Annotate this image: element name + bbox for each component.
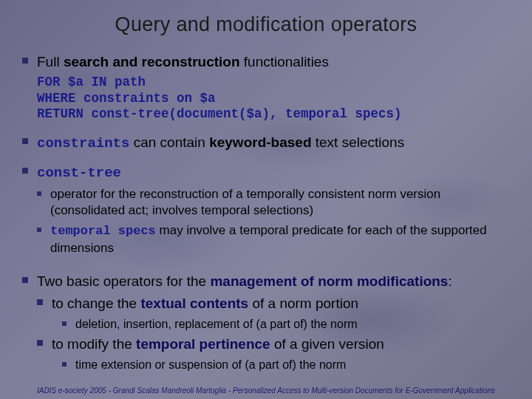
- square-bullet-icon: [22, 138, 28, 144]
- bullet-3: const-tree: [22, 163, 510, 183]
- slide-title: Query and modification operators: [22, 13, 510, 36]
- bullet-3a-text: operator for the reconstruction of a tem…: [50, 186, 510, 220]
- slide-footer: IADIS e-society 2005 - Grandi Scalas Man…: [0, 386, 532, 395]
- square-bullet-icon: [37, 191, 41, 196]
- square-bullet-icon: [62, 321, 66, 326]
- bullet-3b-text: temporal specs may involve a temporal pr…: [50, 222, 510, 257]
- code-block: FOR $a IN path WHERE constraints on $a R…: [37, 75, 510, 123]
- square-bullet-icon: [22, 168, 28, 174]
- square-bullet-icon: [22, 277, 28, 283]
- bullet-1: Full search and reconstruction functiona…: [22, 52, 510, 72]
- bullet-3a: operator for the reconstruction of a tem…: [37, 186, 510, 220]
- square-bullet-icon: [37, 228, 41, 232]
- bullet-4a1-text: deletion, insertion, replacement of (a p…: [75, 316, 358, 332]
- square-bullet-icon: [37, 299, 43, 305]
- bullet-2-text: constraints can contain keyword-based te…: [37, 133, 404, 154]
- bullet-4a-text: to change the textual contents of a norm…: [52, 294, 358, 313]
- bullet-4-text: Two basic operators for the management o…: [37, 272, 452, 291]
- bullet-2: constraints can contain keyword-based te…: [22, 133, 510, 154]
- bullet-3b: temporal specs may involve a temporal pr…: [37, 222, 510, 257]
- square-bullet-icon: [22, 58, 28, 64]
- bullet-4b1: time extension or suspension of (a part …: [62, 357, 510, 373]
- bullet-4b1-text: time extension or suspension of (a part …: [75, 357, 346, 373]
- square-bullet-icon: [62, 362, 66, 366]
- bullet-4: Two basic operators for the management o…: [22, 272, 510, 291]
- bullet-4b-text: to modify the temporal pertinence of a g…: [52, 335, 384, 354]
- bullet-4b: to modify the temporal pertinence of a g…: [37, 335, 510, 354]
- bullet-1-text: Full search and reconstruction functiona…: [37, 52, 329, 72]
- bullet-4a1: deletion, insertion, replacement of (a p…: [62, 316, 510, 332]
- bullet-4a: to change the textual contents of a norm…: [37, 294, 510, 313]
- square-bullet-icon: [37, 340, 43, 346]
- bullet-3-text: const-tree: [37, 163, 121, 183]
